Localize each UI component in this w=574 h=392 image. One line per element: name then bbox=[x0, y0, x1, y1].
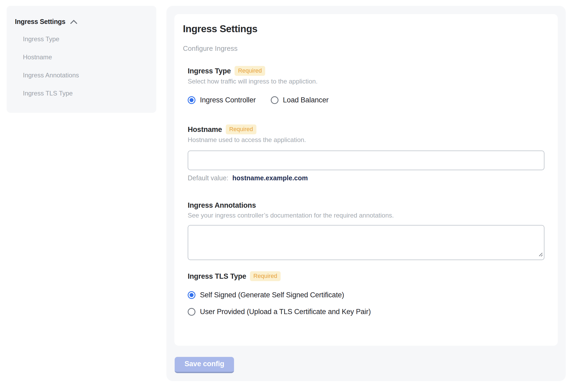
radio-option-load-balancer[interactable]: Load Balancer bbox=[271, 96, 329, 104]
field-hostname: Hostname Required Hostname used to acces… bbox=[188, 124, 544, 182]
default-value-text: hostname.example.com bbox=[232, 174, 308, 182]
field-ingress-annotations: Ingress Annotations See your ingress con… bbox=[188, 201, 544, 260]
ingress-type-options: Ingress Controller Load Balancer bbox=[188, 96, 544, 104]
tls-option-row: Self Signed (Generate Self Signed Certif… bbox=[188, 291, 544, 299]
page-title: Ingress Settings bbox=[183, 23, 544, 35]
annotations-textarea[interactable] bbox=[188, 225, 544, 260]
field-ingress-type: Ingress Type Required Select how traffic… bbox=[188, 66, 544, 104]
sidebar-item-ingress-type[interactable]: Ingress Type bbox=[23, 35, 151, 43]
tls-option-row: User Provided (Upload a TLS Certificate … bbox=[188, 307, 544, 316]
save-config-button[interactable]: Save config bbox=[175, 357, 234, 373]
hostname-input[interactable] bbox=[188, 151, 544, 170]
radio-option-self-signed[interactable]: Self Signed (Generate Self Signed Certif… bbox=[188, 291, 344, 299]
sidebar-item-ingress-tls-type[interactable]: Ingress TLS Type bbox=[23, 89, 151, 97]
radio-label: Self Signed (Generate Self Signed Certif… bbox=[200, 291, 344, 299]
radio-unselected-icon[interactable] bbox=[271, 96, 278, 104]
field-label-row: Hostname Required bbox=[188, 124, 544, 134]
field-helper-hostname: Hostname used to access the application. bbox=[188, 136, 544, 144]
radio-option-ingress-controller[interactable]: Ingress Controller bbox=[188, 96, 256, 104]
field-label-hostname: Hostname bbox=[188, 125, 222, 134]
field-label-row: Ingress Annotations bbox=[188, 201, 544, 210]
field-label-row: Ingress Type Required bbox=[188, 66, 544, 76]
default-value-label: Default value: bbox=[188, 174, 228, 182]
field-label-row: Ingress TLS Type Required bbox=[188, 271, 544, 281]
radio-label: User Provided (Upload a TLS Certificate … bbox=[200, 308, 371, 316]
radio-label: Ingress Controller bbox=[200, 96, 256, 104]
radio-selected-icon[interactable] bbox=[188, 291, 195, 299]
radio-unselected-icon[interactable] bbox=[188, 308, 195, 316]
hostname-default-line: Default value: hostname.example.com bbox=[188, 174, 544, 182]
page: Ingress Settings Ingress Type Hostname I… bbox=[0, 0, 574, 392]
required-badge: Required bbox=[250, 271, 281, 281]
radio-selected-icon[interactable] bbox=[188, 96, 195, 104]
field-helper-ingress-annotations: See your ingress controller’s documentat… bbox=[188, 211, 544, 219]
required-badge: Required bbox=[235, 66, 265, 76]
radio-option-user-provided[interactable]: User Provided (Upload a TLS Certificate … bbox=[188, 308, 371, 316]
settings-panel: Ingress Settings Configure Ingress Ingre… bbox=[166, 6, 566, 381]
field-label-ingress-type: Ingress Type bbox=[188, 66, 231, 76]
sidebar-nav: Ingress Settings Ingress Type Hostname I… bbox=[7, 6, 156, 113]
required-badge: Required bbox=[226, 124, 256, 134]
sidebar-item-ingress-annotations[interactable]: Ingress Annotations bbox=[23, 71, 151, 79]
ingress-settings-card: Ingress Settings Configure Ingress Ingre… bbox=[174, 14, 558, 346]
page-subtitle: Configure Ingress bbox=[183, 44, 544, 53]
chevron-up-icon bbox=[70, 19, 78, 25]
form-sections: Ingress Type Required Select how traffic… bbox=[188, 66, 544, 316]
sidebar-item-hostname[interactable]: Hostname bbox=[23, 53, 151, 61]
field-label-ingress-tls-type: Ingress TLS Type bbox=[188, 272, 246, 281]
sidebar-item-list: Ingress Type Hostname Ingress Annotation… bbox=[15, 35, 151, 97]
field-label-ingress-annotations: Ingress Annotations bbox=[188, 201, 256, 210]
field-helper-ingress-type: Select how traffic will ingress to the a… bbox=[188, 77, 544, 85]
sidebar-section-header[interactable]: Ingress Settings bbox=[15, 18, 78, 26]
sidebar-section-title: Ingress Settings bbox=[15, 18, 65, 26]
field-ingress-tls-type: Ingress TLS Type Required Self Signed (G… bbox=[188, 271, 544, 316]
annotations-textarea-wrap bbox=[188, 225, 544, 260]
radio-label: Load Balancer bbox=[283, 96, 329, 104]
